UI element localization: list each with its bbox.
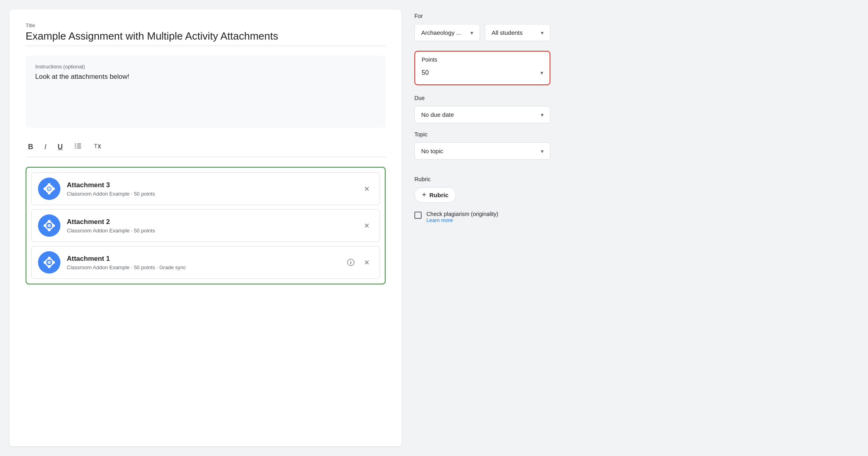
due-label: Due [414, 95, 550, 101]
plagiarism-learn-more-link[interactable]: Learn more [426, 217, 498, 223]
class-dropdown[interactable]: Archaeology ... ▾ [414, 24, 480, 41]
topic-value: No topic [421, 148, 443, 154]
attachment-card-3: Attachment 3 Classroom Addon Example · 5… [31, 172, 380, 205]
svg-point-24 [48, 188, 50, 190]
attachment-subtitle-2: Classroom Addon Example · 50 points [67, 228, 354, 234]
rubric-plus-icon: + [422, 191, 426, 199]
plagiarism-main-text: Check plagiarism (originality) [426, 211, 498, 217]
svg-rect-32 [44, 224, 46, 227]
attachment-title-2: Attachment 2 [67, 218, 354, 226]
attachments-container: Attachment 3 Classroom Addon Example · 5… [26, 167, 386, 284]
topic-label: Topic [414, 131, 550, 138]
attachment-info-1: Attachment 1 Classroom Addon Example · 5… [67, 255, 338, 270]
topic-dropdown[interactable]: No topic ▾ [414, 142, 550, 160]
svg-rect-44 [52, 261, 55, 264]
title-input[interactable] [26, 30, 386, 46]
attachment-card-2: Attachment 2 Classroom Addon Example · 5… [31, 209, 380, 242]
divider [414, 168, 550, 168]
remove-attachment-2-button[interactable] [360, 219, 373, 232]
svg-rect-31 [48, 228, 51, 231]
list-button[interactable] [72, 140, 84, 154]
svg-rect-41 [48, 257, 51, 260]
students-dropdown[interactable]: All students ▾ [485, 24, 550, 41]
rubric-label: Rubric [414, 176, 550, 182]
bold-button[interactable]: B [26, 141, 36, 153]
for-row: Archaeology ... ▾ All students ▾ [414, 24, 550, 41]
svg-rect-20 [48, 192, 51, 194]
svg-point-35 [48, 225, 50, 227]
plagiarism-row: Check plagiarism (originality) Learn mor… [414, 211, 550, 223]
plagiarism-text: Check plagiarism (originality) Learn mor… [426, 211, 498, 223]
svg-text:T: T [94, 142, 98, 149]
svg-rect-42 [48, 265, 51, 268]
for-label: For [414, 13, 550, 19]
due-dropdown[interactable]: No due date ▾ [414, 106, 550, 123]
class-chevron-icon: ▾ [470, 30, 473, 36]
addon-icon-3 [38, 178, 60, 200]
remove-attachment-3-button[interactable] [360, 182, 373, 195]
svg-point-3 [75, 144, 76, 145]
points-chevron-icon: ▾ [540, 70, 543, 76]
topic-chevron-icon: ▾ [541, 148, 544, 154]
addon-icon-1 [38, 251, 60, 274]
rubric-btn-label: Rubric [430, 192, 449, 198]
svg-rect-19 [48, 183, 51, 186]
formatting-toolbar: B I U T [26, 137, 386, 157]
clear-format-button[interactable]: T [91, 140, 104, 154]
attachment-title-1: Attachment 1 [67, 255, 338, 263]
attachment-2-actions [360, 219, 373, 232]
svg-rect-22 [52, 188, 55, 190]
svg-point-4 [75, 146, 76, 147]
students-chevron-icon: ▾ [541, 30, 544, 36]
plagiarism-checkbox[interactable] [414, 212, 422, 219]
instructions-section[interactable]: Instructions (optional) Look at the atta… [26, 56, 386, 128]
svg-point-5 [75, 148, 76, 149]
points-label: Points [422, 56, 543, 63]
svg-rect-43 [44, 261, 46, 264]
students-value: All students [492, 29, 523, 36]
points-dropdown[interactable]: 50 ▾ [422, 68, 543, 78]
attachment-3-actions [360, 182, 373, 195]
attachment-subtitle-3: Classroom Addon Example · 50 points [67, 191, 354, 197]
points-box: Points 50 ▾ [414, 51, 550, 85]
info-attachment-1-button[interactable] [344, 256, 357, 269]
attachment-card-1: Attachment 1 Classroom Addon Example · 5… [31, 246, 380, 279]
attachment-info-2: Attachment 2 Classroom Addon Example · 5… [67, 218, 354, 234]
left-panel: Title Instructions (optional) Look at th… [10, 10, 402, 446]
svg-rect-30 [48, 220, 51, 223]
attachment-title-3: Attachment 3 [67, 181, 354, 189]
title-label: Title [26, 22, 386, 28]
due-value: No due date [421, 111, 454, 118]
attachment-1-actions [344, 256, 373, 269]
due-chevron-icon: ▾ [541, 112, 544, 118]
points-value: 50 [422, 69, 429, 76]
svg-rect-21 [44, 188, 46, 190]
svg-point-46 [48, 262, 50, 264]
rubric-button[interactable]: + Rubric [414, 187, 456, 203]
class-value: Archaeology ... [421, 29, 461, 36]
underline-button[interactable]: U [55, 141, 65, 153]
addon-icon-2 [38, 214, 60, 237]
attachment-info-3: Attachment 3 Classroom Addon Example · 5… [67, 181, 354, 197]
right-panel: For Archaeology ... ▾ All students ▾ Poi… [414, 10, 550, 446]
svg-rect-33 [52, 224, 55, 227]
instructions-label: Instructions (optional) [35, 64, 376, 70]
attachment-subtitle-1: Classroom Addon Example · 50 points · Gr… [67, 264, 338, 270]
italic-button[interactable]: I [42, 141, 49, 153]
instructions-text: Look at the attachments below! [35, 73, 376, 81]
remove-attachment-1-button[interactable] [360, 256, 373, 269]
title-section: Title [26, 22, 386, 46]
